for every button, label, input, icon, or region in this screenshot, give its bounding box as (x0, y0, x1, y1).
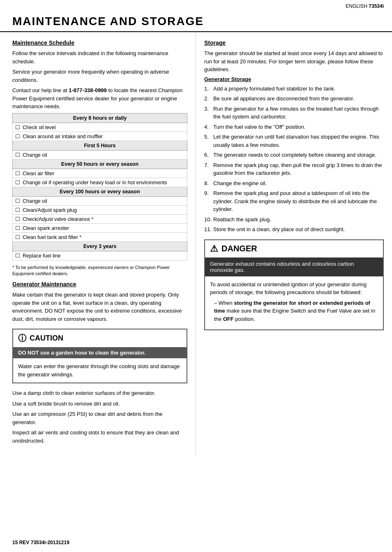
section-1-header: Every 8 hours or daily (13, 113, 187, 123)
danger-highlight: Generator exhaust contains odourless and… (205, 257, 383, 276)
table-cell: Clean/Adjust spark plug (13, 205, 187, 214)
table-row: Clean spark arrester (13, 223, 187, 232)
table-row: Clean/Adjust spark plug (13, 205, 187, 214)
table-cell: Change oil (13, 196, 187, 205)
revision-text: REV 73534i-20131219 (19, 540, 69, 545)
storage-step-4: 4.Turn the fuel valve to the "Off" posit… (204, 123, 384, 131)
section-3-header: Every 50 hours or every season (13, 159, 187, 169)
table-cell: Clean spark arrester (13, 223, 187, 232)
danger-body: To avoid accidental or unintended igniti… (205, 276, 383, 330)
caution-icon: ⓘ (18, 333, 26, 344)
table-section-header-4: Every 100 hours or every season (13, 187, 187, 196)
generator-maintenance-heading: Generator Maintenance (12, 281, 187, 288)
caution-box: ⓘ CAUTION DO NOT use a garden hose to cl… (12, 329, 187, 383)
table-row: Clean air filter (13, 169, 187, 178)
table-section-header-5: Every 3 years (13, 241, 187, 251)
gen-maint-body: Make certain that the generator is kept … (12, 291, 187, 323)
storage-step-1: 1.Add a properly formulated fuel stabili… (204, 85, 384, 93)
caution-highlight: DO NOT use a garden hose to clean the ge… (13, 347, 187, 358)
page-title: MAINTENANCE AND STORAGE (12, 15, 380, 28)
table-cell: Check/Adjust valve clearance * (13, 214, 187, 223)
content-area: Maintenance Schedule Follow the service … (0, 32, 392, 455)
storage-step-6: 6.The generator needs to cool completely… (204, 151, 384, 159)
table-row: Change oil (13, 150, 187, 159)
table-row: Check/Adjust valve clearance * (13, 214, 187, 223)
left-column: Maintenance Schedule Follow the service … (0, 32, 196, 455)
intro-para-3: Contact our help line at 1-877-338-0999 … (12, 86, 187, 111)
storage-step-3: 3.Run the generator for a few minutes so… (204, 105, 384, 121)
storage-step-7: 7.Remove the spark plug cap, then pull t… (204, 161, 384, 177)
table-cell: Replace fuel line (13, 251, 187, 260)
table-row: Clean around air intake and muffler (13, 132, 187, 141)
table-section-header-2: First 5 Hours (13, 141, 187, 150)
table-row: Replace fuel line (13, 251, 187, 260)
top-bar: ENGLISH 73534i (0, 0, 392, 11)
table-cell: Change oil (13, 150, 187, 159)
table-row: Clean fuel tank and filter * (13, 232, 187, 241)
danger-header: ⚠ DANGER (205, 240, 383, 257)
page-footer: 15 REV 73534i-20131219 (12, 540, 69, 545)
intro-para-2: Service your generator more frequently w… (12, 68, 187, 84)
danger-item-1: When storing the generator for short or … (214, 299, 378, 323)
gen-maint-extra-4: Inspect all air vents and cooling slots … (12, 429, 187, 445)
gen-maint-extra-1: Use a damp cloth to clean exterior surfa… (12, 389, 187, 397)
table-cell: Clean around air intake and muffler (13, 132, 187, 141)
intro-para-1: Follow the service intervals indicated i… (12, 49, 187, 65)
table-footnote: * To be performed by knowledgeable, expe… (12, 264, 187, 277)
storage-step-9: 9.Remove the spark plug and pour about a… (204, 189, 384, 213)
storage-step-2: 2.Be sure all appliances are disconnecte… (204, 95, 384, 103)
caution-title: CAUTION (30, 334, 63, 343)
danger-items-list: When storing the generator for short or … (210, 299, 378, 323)
page: ENGLISH 73534i MAINTENANCE AND STORAGE M… (0, 0, 392, 552)
gen-maint-extra-3: Use an air compressor (25 PSI) to clear … (12, 410, 187, 426)
storage-intro: The generator should be started at least… (204, 49, 384, 74)
storage-step-5: 5.Let the generator run until fuel starv… (204, 133, 384, 149)
storage-step-8: 8.Change the engine oil. (204, 179, 384, 188)
danger-title: DANGER (221, 244, 257, 253)
danger-icon: ⚠ (210, 244, 218, 254)
storage-heading: Storage (204, 39, 384, 46)
caution-header: ⓘ CAUTION (13, 329, 187, 347)
storage-step-11: 11.Store the unit in a clean, dry place … (204, 225, 384, 234)
table-section-header-1: Every 8 hours or daily (13, 113, 187, 123)
danger-box: ⚠ DANGER Generator exhaust contains odou… (204, 239, 384, 331)
gen-maint-extra-2: Use a soft bristle brush to remove dirt … (12, 400, 187, 408)
generator-storage-heading: Generator Storage (204, 76, 384, 82)
maintenance-schedule-heading: Maintenance Schedule (12, 39, 187, 46)
section-5-header: Every 3 years (13, 241, 187, 251)
section-4-header: Every 100 hours or every season (13, 187, 187, 196)
danger-body-text: To avoid accidental or unintended igniti… (210, 281, 378, 297)
storage-steps-list: 1.Add a properly formulated fuel stabili… (204, 85, 384, 234)
page-number: 15 (12, 540, 18, 545)
page-title-section: MAINTENANCE AND STORAGE (0, 11, 392, 32)
table-cell: Change oil if operating under heavy load… (13, 178, 187, 187)
caution-body: Water can enter the generator through th… (13, 358, 187, 383)
storage-step-10: 10.Reattach the spark plug. (204, 216, 384, 224)
section-2-header: First 5 Hours (13, 141, 187, 150)
table-row: Change oil (13, 196, 187, 205)
table-row: Change oil if operating under heavy load… (13, 178, 187, 187)
model-number: 73534i (369, 3, 384, 9)
maintenance-table: Every 8 hours or daily Check oil level C… (12, 113, 187, 260)
table-cell: Check oil level (13, 123, 187, 132)
right-column: Storage The generator should be started … (196, 32, 392, 455)
table-row: Check oil level (13, 123, 187, 132)
table-section-header-3: Every 50 hours or every season (13, 159, 187, 169)
table-cell: Clean air filter (13, 169, 187, 178)
language-label: ENGLISH (346, 3, 367, 9)
table-cell: Clean fuel tank and filter * (13, 232, 187, 241)
